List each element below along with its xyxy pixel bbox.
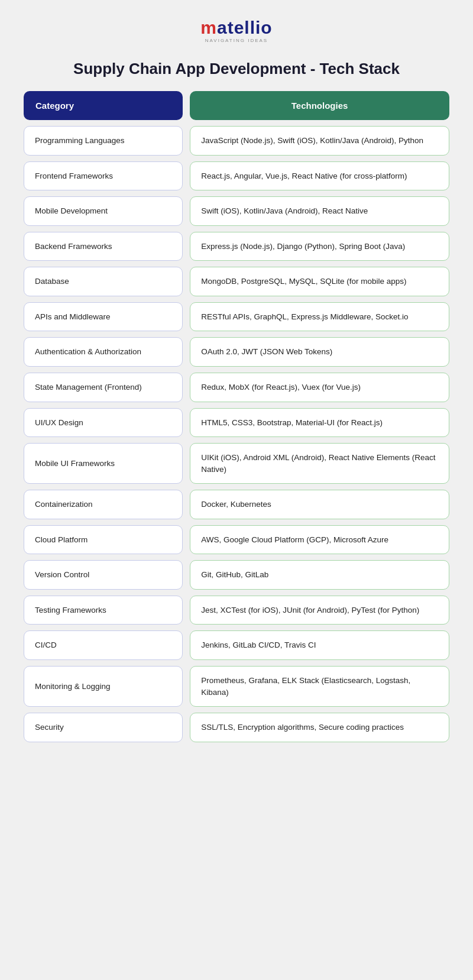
category-cell: Mobile Development: [24, 196, 183, 226]
table-row: Version ControlGit, GitHub, GitLab: [24, 560, 449, 590]
logo-wordmark: matellio: [200, 18, 272, 38]
table-row: State Management (Frontend)Redux, MobX (…: [24, 373, 449, 402]
logo: matellio NAVIGATING IDEAS: [200, 18, 272, 43]
table-row: CI/CDJenkins, GitLab CI/CD, Travis CI: [24, 630, 449, 660]
category-cell: UI/UX Design: [24, 408, 183, 438]
category-cell: Cloud Platform: [24, 525, 183, 555]
category-cell: Security: [24, 713, 183, 742]
header-technologies: Technologies: [190, 91, 449, 120]
table-row: Mobile UI FrameworksUIKit (iOS), Android…: [24, 443, 449, 484]
technologies-cell: UIKit (iOS), Android XML (Android), Reac…: [190, 443, 449, 484]
table-row: Monitoring & LoggingPrometheus, Grafana,…: [24, 666, 449, 707]
logo-text: atellio: [217, 18, 273, 37]
logo-container: matellio NAVIGATING IDEAS: [200, 18, 272, 43]
logo-subtitle: NAVIGATING IDEAS: [205, 38, 268, 43]
technologies-cell: Jest, XCTest (for iOS), JUnit (for Andro…: [190, 596, 449, 625]
technologies-cell: Docker, Kubernetes: [190, 490, 449, 519]
technologies-cell: HTML5, CSS3, Bootstrap, Material-UI (for…: [190, 408, 449, 438]
category-cell: Programming Languages: [24, 126, 183, 156]
tech-stack-table: Category Technologies Programming Langua…: [24, 91, 449, 742]
table-rows: Programming LanguagesJavaScript (Node.js…: [24, 126, 449, 742]
page-title: Supply Chain App Development - Tech Stac…: [73, 60, 400, 78]
technologies-cell: JavaScript (Node.js), Swift (iOS), Kotli…: [190, 126, 449, 156]
table-row: DatabaseMongoDB, PostgreSQL, MySQL, SQLi…: [24, 267, 449, 296]
technologies-cell: React.js, Angular, Vue.js, React Native …: [190, 161, 449, 191]
table-row: UI/UX DesignHTML5, CSS3, Bootstrap, Mate…: [24, 408, 449, 438]
table-row: SecuritySSL/TLS, Encryption algorithms, …: [24, 713, 449, 742]
table-header: Category Technologies: [24, 91, 449, 120]
technologies-cell: RESTful APIs, GraphQL, Express.js Middle…: [190, 302, 449, 332]
category-cell: Database: [24, 267, 183, 296]
table-row: Authentication & AuthorizationOAuth 2.0,…: [24, 337, 449, 367]
technologies-cell: Swift (iOS), Kotlin/Java (Android), Reac…: [190, 196, 449, 226]
table-row: Programming LanguagesJavaScript (Node.js…: [24, 126, 449, 156]
technologies-cell: OAuth 2.0, JWT (JSON Web Tokens): [190, 337, 449, 367]
category-cell: Version Control: [24, 560, 183, 590]
table-row: Mobile DevelopmentSwift (iOS), Kotlin/Ja…: [24, 196, 449, 226]
table-row: Cloud PlatformAWS, Google Cloud Platform…: [24, 525, 449, 555]
logo-icon: m: [200, 18, 217, 37]
technologies-cell: Prometheus, Grafana, ELK Stack (Elastics…: [190, 666, 449, 707]
technologies-cell: SSL/TLS, Encryption algorithms, Secure c…: [190, 713, 449, 742]
table-row: APIs and MiddlewareRESTful APIs, GraphQL…: [24, 302, 449, 332]
technologies-cell: AWS, Google Cloud Platform (GCP), Micros…: [190, 525, 449, 555]
technologies-cell: Express.js (Node.js), Django (Python), S…: [190, 232, 449, 261]
category-cell: Monitoring & Logging: [24, 666, 183, 707]
table-row: Testing FrameworksJest, XCTest (for iOS)…: [24, 596, 449, 625]
technologies-cell: MongoDB, PostgreSQL, MySQL, SQLite (for …: [190, 267, 449, 296]
category-cell: CI/CD: [24, 630, 183, 660]
header-category: Category: [24, 91, 183, 120]
table-row: Backend FrameworksExpress.js (Node.js), …: [24, 232, 449, 261]
table-row: ContainerizationDocker, Kubernetes: [24, 490, 449, 519]
technologies-cell: Redux, MobX (for React.js), Vuex (for Vu…: [190, 373, 449, 402]
category-cell: State Management (Frontend): [24, 373, 183, 402]
category-cell: Containerization: [24, 490, 183, 519]
category-cell: APIs and Middleware: [24, 302, 183, 332]
category-cell: Testing Frameworks: [24, 596, 183, 625]
category-cell: Backend Frameworks: [24, 232, 183, 261]
category-cell: Mobile UI Frameworks: [24, 443, 183, 484]
category-cell: Authentication & Authorization: [24, 337, 183, 367]
technologies-cell: Jenkins, GitLab CI/CD, Travis CI: [190, 630, 449, 660]
technologies-cell: Git, GitHub, GitLab: [190, 560, 449, 590]
table-row: Frontend FrameworksReact.js, Angular, Vu…: [24, 161, 449, 191]
category-cell: Frontend Frameworks: [24, 161, 183, 191]
